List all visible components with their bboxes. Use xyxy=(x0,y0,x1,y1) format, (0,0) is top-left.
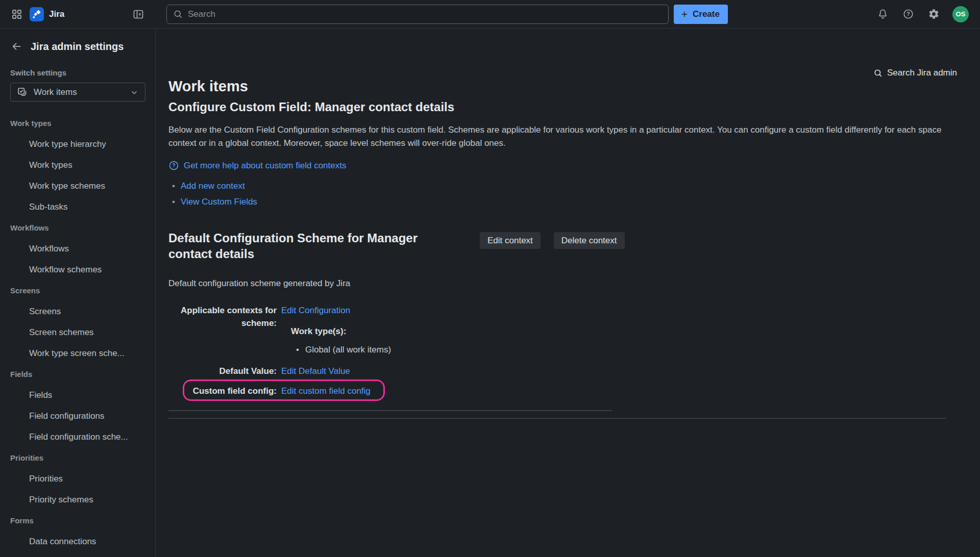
plus-icon xyxy=(680,10,689,19)
settings-switcher-dropdown[interactable]: Work items xyxy=(10,83,145,102)
main-content: Search Jira admin Work items Configure C… xyxy=(156,29,980,557)
jira-logo-icon xyxy=(30,7,44,21)
app-name: Jira xyxy=(49,9,64,19)
sidebar-item-screens[interactable]: Screens xyxy=(10,301,145,322)
gear-icon xyxy=(928,8,940,20)
table-divider xyxy=(168,410,612,411)
scheme-heading: Default Configuration Scheme for Manager… xyxy=(168,230,447,262)
global-search[interactable] xyxy=(166,5,669,24)
search-jira-admin-button[interactable]: Search Jira admin xyxy=(873,68,957,78)
sidebar-item-data-connections[interactable]: Data connections xyxy=(10,531,145,552)
create-button-label: Create xyxy=(693,9,720,19)
switch-settings-label: Switch settings xyxy=(10,68,145,77)
sidebar-item-fields[interactable]: Fields xyxy=(10,385,145,406)
field-description: Below are the Custom Field Configuration… xyxy=(168,123,948,150)
app-home-link[interactable]: Jira xyxy=(30,7,64,21)
svg-text:?: ? xyxy=(906,11,910,17)
avatar-initials: OS xyxy=(956,10,966,18)
settings-switcher-value: Work items xyxy=(34,87,77,97)
add-new-context-link[interactable]: Add new context xyxy=(181,178,245,194)
list-item: View Custom Fields xyxy=(168,194,980,210)
edit-context-button[interactable]: Edit context xyxy=(480,232,541,249)
svg-text:?: ? xyxy=(172,163,175,168)
settings-button[interactable] xyxy=(927,7,941,21)
top-navigation-bar: Jira Create xyxy=(0,0,980,29)
user-avatar[interactable]: OS xyxy=(952,6,969,22)
app-switcher-icon xyxy=(11,9,22,20)
search-icon xyxy=(173,9,183,19)
sidebar-section-workflows: Workflows xyxy=(10,217,145,238)
sidebar-item-priority-schemes[interactable]: Priority schemes xyxy=(10,489,145,510)
edit-configuration-link[interactable]: Edit Configuration xyxy=(281,306,350,315)
delete-context-button[interactable]: Delete context xyxy=(554,232,625,249)
custom-field-config-row: Custom field config: Edit custom field c… xyxy=(168,385,612,397)
admin-settings-sidebar: Jira admin settings Switch settings Work… xyxy=(0,29,156,557)
sidebar-section-work-item-features: Work item features xyxy=(10,552,145,557)
scheme-subtitle: Default configuration scheme generated b… xyxy=(168,278,980,289)
sidebar-item-screen-schemes[interactable]: Screen schemes xyxy=(10,322,145,343)
edit-custom-field-config-link[interactable]: Edit custom field config xyxy=(281,386,371,396)
chevron-down-icon xyxy=(130,88,139,97)
sidebar-item-workflows[interactable]: Workflows xyxy=(10,238,145,259)
configuration-table: Applicable contexts for scheme: Edit Con… xyxy=(168,304,612,411)
default-value-row: Default Value: Edit Default Value xyxy=(168,365,612,377)
back-arrow-icon xyxy=(11,41,22,52)
view-custom-fields-link[interactable]: View Custom Fields xyxy=(181,194,257,210)
work-items-icon xyxy=(17,87,28,97)
work-types-label: Work type(s): xyxy=(291,325,391,338)
back-button[interactable] xyxy=(10,40,23,53)
search-jira-admin-label: Search Jira admin xyxy=(887,68,957,78)
global-context-value: Global (all work items) xyxy=(305,343,391,356)
collapse-sidebar-icon xyxy=(132,8,144,20)
sidebar-title: Jira admin settings xyxy=(31,41,124,53)
content-divider xyxy=(168,418,946,419)
help-circle-icon: ? xyxy=(168,160,179,171)
create-button[interactable]: Create xyxy=(674,5,728,24)
sidebar-section-fields: Fields xyxy=(10,364,145,385)
applicable-contexts-row: Applicable contexts for scheme: Edit Con… xyxy=(168,304,612,356)
sidebar-item-work-type-hierarchy[interactable]: Work type hierarchy xyxy=(10,134,145,155)
bell-icon xyxy=(877,8,889,20)
sidebar-item-priorities[interactable]: Priorities xyxy=(10,468,145,489)
topbar-left-cluster: Jira xyxy=(0,0,156,28)
notifications-button[interactable] xyxy=(876,7,890,21)
list-item: Add new context xyxy=(168,178,980,194)
sidebar-item-work-type-schemes[interactable]: Work type schemes xyxy=(10,175,145,196)
collapse-sidebar-button[interactable] xyxy=(131,7,145,21)
default-value-label: Default Value: xyxy=(168,365,277,377)
global-search-input[interactable] xyxy=(188,9,662,19)
custom-field-config-label: Custom field config: xyxy=(168,385,277,397)
applicable-contexts-label: Applicable contexts for scheme: xyxy=(168,304,277,356)
help-icon: ? xyxy=(902,8,914,20)
configure-field-heading: Configure Custom Field: Manager contact … xyxy=(168,100,980,114)
edit-default-value-link[interactable]: Edit Default Value xyxy=(281,366,350,376)
sidebar-section-work-types: Work types xyxy=(10,113,145,134)
help-button[interactable]: ? xyxy=(901,7,915,21)
sidebar-section-forms: Forms xyxy=(10,510,145,531)
sidebar-section-priorities: Priorities xyxy=(10,447,145,468)
sidebar-item-field-configurations[interactable]: Field configurations xyxy=(10,406,145,426)
sidebar-item-work-types[interactable]: Work types xyxy=(10,155,145,175)
app-switcher-button[interactable] xyxy=(10,8,23,21)
page-title: Work items xyxy=(168,78,980,95)
sidebar-section-screens: Screens xyxy=(10,280,145,301)
search-icon xyxy=(873,68,883,78)
sidebar-item-field-configuration-schemes[interactable]: Field configuration sche... xyxy=(10,426,145,447)
get-more-help-link[interactable]: Get more help about custom field context… xyxy=(184,161,346,171)
sidebar-item-sub-tasks[interactable]: Sub-tasks xyxy=(10,196,145,217)
sidebar-item-workflow-schemes[interactable]: Workflow schemes xyxy=(10,259,145,280)
topbar-right-cluster: ? OS xyxy=(876,6,980,22)
work-types-item: Global (all work items) xyxy=(296,343,391,356)
sidebar-item-work-type-screen-schemes[interactable]: Work type screen sche... xyxy=(10,343,145,364)
